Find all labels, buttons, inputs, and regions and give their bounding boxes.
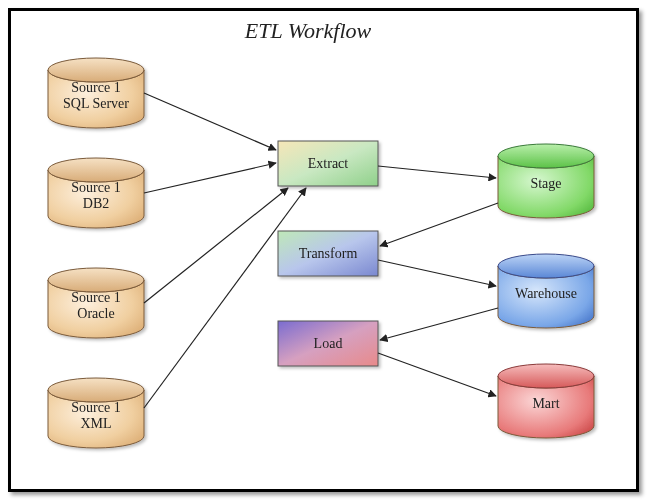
edge-src4-extract [144, 188, 306, 408]
svg-point-9 [498, 364, 594, 388]
process-label: Extract [308, 156, 349, 171]
diagram-title: ETL Workflow [244, 18, 372, 43]
store-label: Stage [530, 176, 561, 191]
edge-src2-extract [144, 163, 276, 193]
store-label: Mart [532, 396, 559, 411]
process-label: Load [314, 336, 343, 351]
process-extract: Extract [278, 141, 378, 186]
edge-src1-extract [144, 93, 276, 150]
edge-warehouse-load [380, 308, 498, 340]
store-warehouse: Warehouse [498, 254, 594, 328]
source-label: Source 1 [71, 180, 120, 195]
process-label: Transform [299, 246, 358, 261]
svg-point-1 [48, 158, 144, 182]
edge-load-mart [378, 353, 496, 396]
etl-workflow-diagram: ETL Workflow Source 1 SQL Server Source … [8, 8, 633, 486]
svg-point-7 [498, 144, 594, 168]
source-sqlserver: Source 1 SQL Server [48, 58, 144, 128]
edge-transform-warehouse [378, 260, 496, 286]
store-stage: Stage [498, 144, 594, 218]
source-label: Source 1 [71, 400, 120, 415]
source-label: Source 1 [71, 290, 120, 305]
svg-point-2 [48, 268, 144, 292]
source-xml: Source 1 XML [48, 378, 144, 448]
store-mart: Mart [498, 364, 594, 438]
source-sublabel: XML [80, 416, 111, 431]
diagram-frame: ETL Workflow Source 1 SQL Server Source … [0, 0, 647, 500]
process-load: Load [278, 321, 378, 366]
source-label: Source 1 [71, 80, 120, 95]
store-label: Warehouse [515, 286, 577, 301]
edge-extract-stage [378, 166, 496, 178]
source-oracle: Source 1 Oracle [48, 268, 144, 338]
process-transform: Transform [278, 231, 378, 276]
source-sublabel: Oracle [77, 306, 114, 321]
source-db2: Source 1 DB2 [48, 158, 144, 228]
svg-point-0 [48, 58, 144, 82]
svg-point-8 [498, 254, 594, 278]
source-sublabel: DB2 [83, 196, 109, 211]
edge-src3-extract [144, 188, 288, 303]
edge-stage-transform [380, 203, 498, 246]
source-sublabel: SQL Server [63, 96, 129, 111]
svg-point-3 [48, 378, 144, 402]
